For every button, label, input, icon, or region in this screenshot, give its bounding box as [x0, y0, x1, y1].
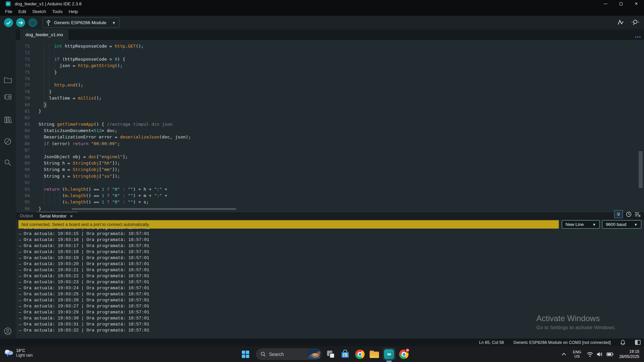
serial-line: → Ora actuală: 19:03:19 | Ora programată…: [18, 255, 644, 261]
menu-edit[interactable]: Edit: [15, 9, 29, 14]
battery-icon[interactable]: [606, 352, 614, 357]
editor-tab-strip: dog_feeder_v1.ino •••: [16, 29, 644, 40]
code-line: [39, 147, 637, 153]
file-explorer-button[interactable]: [369, 349, 380, 360]
indent-guide: [54, 43, 55, 88]
arduino-ide-button[interactable]: ∞: [383, 349, 395, 360]
serial-line: → Ora actuală: 19:03:24 | Ora programată…: [18, 285, 644, 291]
menu-tools[interactable]: Tools: [49, 9, 66, 14]
chrome-profile-button[interactable]: D: [398, 349, 410, 360]
boards-manager-icon[interactable]: [4, 93, 12, 101]
debug-sidebar-icon[interactable]: [4, 137, 12, 145]
line-number: 96: [16, 205, 35, 212]
editor-vertical-scrollbar[interactable]: [639, 151, 643, 188]
debug-button[interactable]: [28, 18, 37, 27]
tray-expand-icon[interactable]: [561, 353, 566, 356]
menu-help[interactable]: Help: [66, 9, 81, 14]
indent-guide: [44, 127, 44, 205]
line-number: 85: [16, 134, 35, 140]
search-input[interactable]: Search: [269, 352, 284, 357]
profile-badge: D: [405, 348, 410, 353]
line-number-gutter: 7172737475767778798081828384858687888990…: [16, 43, 35, 212]
library-manager-icon[interactable]: [4, 116, 12, 124]
activate-windows-watermark: Activate Windows Go to Settings to activ…: [536, 314, 616, 330]
code-line: if (error) return "00:00:00";: [39, 140, 637, 147]
minimize-button[interactable]: [598, 0, 613, 7]
wifi-icon[interactable]: [587, 352, 593, 357]
serial-plotter-icon[interactable]: [617, 19, 625, 26]
editor-overflow-menu[interactable]: •••: [635, 35, 641, 40]
serial-line: → Ora actuală: 19:03:27 | Ora programată…: [18, 303, 644, 309]
code-line: return (h.length() == 1 ? "0" : "") + h …: [39, 186, 637, 192]
code-line: json = http.getString();: [39, 62, 637, 69]
clear-output-icon[interactable]: [635, 212, 641, 217]
microsoft-store-button[interactable]: [339, 349, 351, 360]
code-line: JsonObject obj = doc["engine1"];: [39, 154, 637, 160]
language-indicator[interactable]: ENG US: [573, 350, 581, 359]
line-number: 78: [16, 88, 35, 95]
timestamp-clock-icon[interactable]: [626, 212, 632, 217]
panel-toggle-icon[interactable]: [635, 340, 641, 345]
account-icon[interactable]: [4, 327, 12, 335]
maximize-button[interactable]: [613, 0, 629, 7]
weather-widget[interactable]: 18°C Light rain: [3, 348, 33, 358]
arrow-right-icon: [18, 21, 23, 25]
tab-output[interactable]: Output: [20, 213, 33, 218]
search-box[interactable]: Search: [256, 349, 322, 360]
serial-line: → Ora actuală: 19:03:23 | Ora programată…: [18, 279, 644, 285]
serial-line: → Ora actuală: 19:03:17 | Ora programată…: [18, 243, 644, 249]
ide-status-bar: Ln 65, Col 58 Generic ESP8266 Module on …: [0, 339, 644, 346]
code-line: String h = String(obj["hh"]);: [39, 160, 637, 166]
close-button[interactable]: ✕: [629, 0, 644, 7]
taskbar: 18°C Light rain Search: [0, 346, 644, 362]
autoscroll-toggle[interactable]: [614, 210, 623, 218]
task-view-button[interactable]: [325, 349, 336, 360]
board-connection-status[interactable]: Generic ESP8266 Module on COM3 [not conn…: [514, 340, 611, 345]
menu-file[interactable]: File: [2, 9, 15, 14]
chrome-button[interactable]: [354, 349, 366, 360]
debug-icon: [30, 20, 35, 25]
serial-monitor-icon[interactable]: [631, 19, 639, 26]
selected-board-label: Generic ESP8266 Module: [54, 20, 106, 25]
search-magnifier-icon: [261, 352, 266, 357]
code-line: int httpResponseCode = http.GET();: [39, 43, 637, 49]
code-editor[interactable]: 7172737475767778798081828384858687888990…: [16, 40, 644, 212]
chrome-icon: D: [399, 350, 409, 359]
panel-tab-bar: Output Serial Monitor✕: [16, 212, 644, 220]
line-number: 79: [16, 95, 35, 101]
code-line: [39, 114, 637, 121]
notifications-bell-icon[interactable]: [620, 340, 626, 345]
windows-logo-icon: [242, 351, 249, 358]
line-ending-select[interactable]: New Line ▼: [562, 220, 600, 229]
code-line: }: [39, 69, 637, 75]
verify-button[interactable]: [4, 18, 13, 27]
cursor-position[interactable]: Ln 65, Col 58: [479, 340, 504, 345]
tab-dog-feeder-v1[interactable]: dog_feeder_v1.ino: [20, 29, 68, 40]
line-number: 86: [16, 140, 35, 147]
board-selector[interactable]: Generic ESP8266 Module ▼: [43, 17, 119, 28]
tab-serial-monitor[interactable]: Serial Monitor✕: [37, 212, 77, 219]
sketchbook-folder-icon[interactable]: [4, 76, 12, 83]
code-line: String getTimeFromApp() { //extrage timp…: [39, 121, 637, 127]
line-number: 92: [16, 179, 35, 186]
chrome-icon: [355, 350, 365, 359]
clock-date: 28/05/2025: [619, 354, 639, 359]
baud-rate-select[interactable]: 9600 baud ▼: [602, 220, 641, 229]
start-button[interactable]: [240, 349, 251, 360]
upload-button[interactable]: [16, 18, 25, 27]
volume-icon[interactable]: [597, 352, 603, 357]
menu-sketch[interactable]: Sketch: [29, 9, 49, 14]
line-number: 75: [16, 69, 35, 75]
running-app-indicator: [386, 361, 392, 362]
editor-horizontal-scrollbar[interactable]: [72, 208, 236, 210]
clock[interactable]: 19:15 28/05/2025: [619, 349, 639, 359]
chevron-down-icon: ▼: [634, 223, 638, 227]
close-tab-icon[interactable]: ✕: [70, 214, 73, 218]
indent-guide: [44, 43, 44, 108]
line-number: 81: [16, 108, 35, 114]
clock-time: 19:15: [619, 349, 639, 354]
code-line: StaticJsonDocument<512> doc;: [39, 127, 637, 134]
code-line: if (httpResponseCode > 0) {: [39, 56, 637, 62]
watermark-subtitle: Go to Settings to activate Windows.: [536, 324, 616, 330]
search-icon[interactable]: [4, 159, 12, 167]
